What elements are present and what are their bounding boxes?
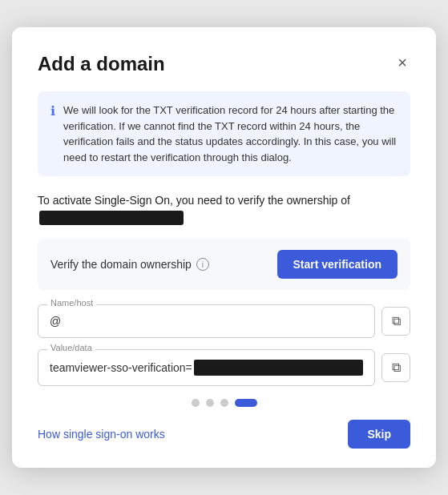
info-text: We will look for the TXT verification re…	[63, 103, 398, 165]
dot-1	[192, 399, 200, 407]
domain-redacted	[39, 211, 184, 225]
modal-title: Add a domain	[38, 53, 165, 75]
value-data-field-group: Value/data teamviewer-sso-verification= …	[38, 349, 410, 386]
copy-name-host-button[interactable]: ⧉	[381, 307, 410, 336]
skip-button[interactable]: Skip	[348, 420, 410, 449]
dot-2	[206, 399, 214, 407]
value-data-row: teamviewer-sso-verification= ⧉	[38, 349, 410, 386]
copy-icon: ⧉	[392, 314, 401, 328]
name-host-field-group: Name/host ⧉	[38, 304, 410, 338]
verify-label: Verify the domain ownership	[50, 258, 192, 271]
value-data-label: Value/data	[47, 343, 95, 352]
info-icon: ℹ	[50, 103, 55, 165]
name-host-row: ⧉	[38, 304, 410, 338]
info-box: ℹ We will look for the TXT verification …	[38, 91, 410, 176]
close-button[interactable]: ×	[394, 53, 410, 72]
info-tooltip-icon[interactable]: i	[196, 258, 209, 271]
modal-header: Add a domain ×	[38, 53, 410, 75]
copy-value-icon: ⧉	[392, 360, 401, 375]
value-prefix: teamviewer-sso-verification=	[50, 361, 192, 374]
verify-row: Verify the domain ownership i Start veri…	[38, 239, 410, 290]
copy-value-data-button[interactable]: ⧉	[381, 353, 410, 382]
dot-3	[220, 399, 228, 407]
name-host-input[interactable]	[38, 304, 375, 338]
add-domain-modal: Add a domain × ℹ We will look for the TX…	[12, 27, 436, 468]
verify-label-group: Verify the domain ownership i	[50, 258, 209, 271]
start-verification-button[interactable]: Start verification	[277, 250, 398, 279]
how-sso-works-link[interactable]: How single sign-on works	[38, 428, 165, 441]
value-redacted	[194, 360, 363, 376]
name-host-label: Name/host	[47, 298, 96, 308]
ownership-text: To activate Single-Sign On, you need to …	[38, 192, 410, 226]
pagination-dots	[38, 399, 410, 407]
value-data-display: teamviewer-sso-verification=	[38, 349, 375, 386]
footer-row: How single sign-on works Skip	[38, 420, 410, 449]
dot-4-active	[235, 399, 257, 407]
